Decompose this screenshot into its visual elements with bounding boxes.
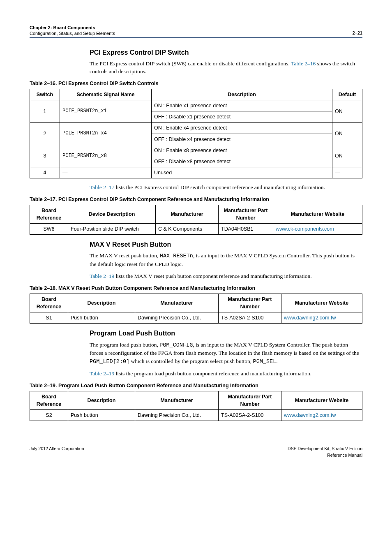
footer-left: July 2012 Altera Corporation [30,446,84,458]
table-row: 2 PCIE_PRSNT2n_x4 ON : Enable x4 presenc… [30,123,362,134]
table-row: S2 Push button Dawning Precision Co., Lt… [30,410,362,421]
header-left: Chapter 2: Board Components Configuratio… [30,25,115,37]
table-2-17: Board Reference Device Description Manuf… [30,205,362,235]
chapter-line: Chapter 2: Board Components [30,25,95,30]
table-ref-link[interactable]: Table 2–17 [90,184,114,190]
table-row: S1 Push button Dawning Precision Co., Lt… [30,312,362,324]
th-description: Description [152,89,332,100]
table-ref-link[interactable]: Table 2–19 [90,273,114,279]
table17-caption: Table 2–17. PCI Express Control DIP Swit… [30,196,362,203]
page-footer: July 2012 Altera Corporation DSP Develop… [30,446,362,458]
sec2-paragraph2: Table 2–19 lists the MAX V reset push bu… [90,272,362,280]
table-row: SW6 Four-Position slide DIP switch C & K… [30,223,362,234]
table-ref-link[interactable]: Table 2–19 [90,370,114,377]
table16-caption: Table 2–16. PCI Express Control DIP Swit… [30,80,362,87]
manufacturer-url-link[interactable]: www.dawning2.com.tw [284,412,336,418]
table18-caption: Table 2–18. MAX V Reset Push Button Comp… [30,284,362,292]
section-title-maxv: MAX V Reset Push Button [90,240,362,249]
th-default: Default [332,89,362,100]
sec1-paragraph: The PCI Express control DIP switch (SW6)… [90,60,362,76]
chapter-subline: Configuration, Status, and Setup Element… [30,31,115,36]
table-row: 1 PCIE_PRSNT2n_x1 ON : Enable x1 presenc… [30,100,362,111]
table-row: 4 — Unused — [30,167,362,178]
table-2-18: Board Reference Description Manufacturer… [30,294,362,324]
table-2-16: Switch Schematic Signal Name Description… [30,89,362,178]
th-signal: Schematic Signal Name [60,89,152,100]
after-table16-paragraph: Table 2–17 lists the PCI Express control… [90,183,362,192]
manufacturer-url-link[interactable]: www.ck-components.com [276,226,334,232]
table-2-19: Board Reference Description Manufacturer… [30,391,362,421]
sec2-paragraph1: The MAX V reset push button, MAX_RESETn,… [90,252,362,268]
manufacturer-url-link[interactable]: www.dawning2.com.tw [284,315,336,321]
section-title-pci: PCI Express Control DIP Switch [90,48,362,57]
section-title-program-load: Program Load Push Button [90,328,362,338]
table-ref-link[interactable]: Table 2–16 [291,60,316,67]
table-row: 3 PCIE_PRSNT2n_x8 ON : Enable x8 presenc… [30,145,362,156]
running-header: Chapter 2: Board Components Configuratio… [30,25,362,38]
sec3-paragraph1: The program load push button, PGM_CONFIG… [90,341,362,366]
footer-right: DSP Development Kit, Stratix V Edition R… [288,446,362,458]
th-switch: Switch [30,89,60,100]
sec3-paragraph2: Table 2–19 lists the program load push b… [90,370,362,378]
table19-caption: Table 2–19. Program Load Push Button Com… [30,382,362,389]
page-number: 2–21 [353,30,362,37]
